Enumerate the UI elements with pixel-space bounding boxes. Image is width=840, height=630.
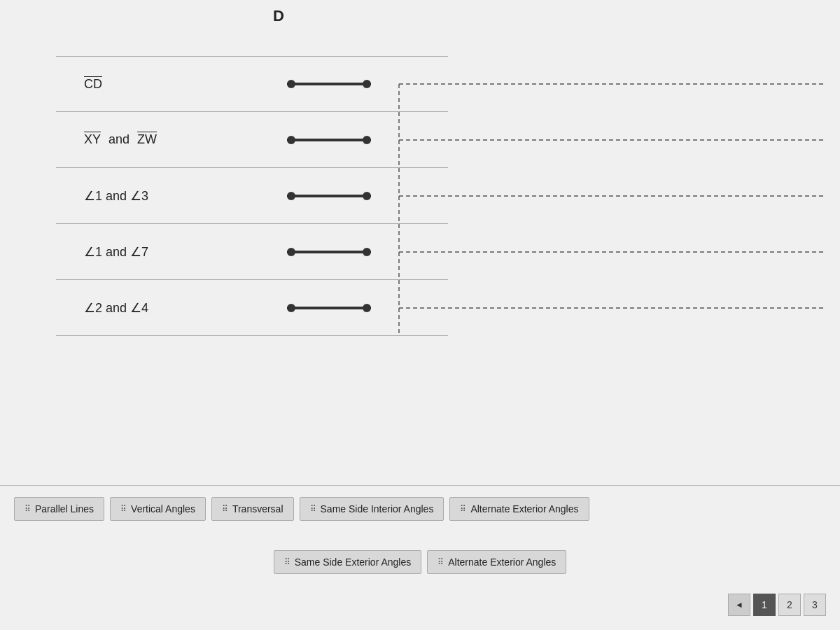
tile-alt-exterior-1-label: Alternate Exterior Angles [470, 503, 578, 514]
bracket-svg [392, 56, 840, 336]
angle2-4-text: ∠2 and ∠4 [84, 300, 148, 316]
tile-vertical[interactable]: ⠿ Vertical Angles [110, 497, 206, 521]
drag-icon-transversal: ⠿ [222, 504, 228, 514]
row-xy-zw-label: XY and ZW [56, 132, 266, 147]
tile-alt-exterior-2[interactable]: ⠿ Alternate Exterior Angles [427, 550, 566, 574]
xy-text: XY [84, 132, 101, 147]
answer-bank-row1: ⠿ Parallel Lines ⠿ Vertical Angles ⠿ Tra… [0, 485, 840, 532]
connector-line-angle1-3 [287, 195, 371, 197]
row-angle1-7-connector [266, 251, 392, 253]
row-angle1-7-label: ∠1 and ∠7 [56, 244, 266, 260]
tile-same-interior-label: Same Side Interior Angles [321, 503, 434, 514]
drag-icon-same-interior: ⠿ [310, 504, 316, 514]
tile-parallel[interactable]: ⠿ Parallel Lines [14, 497, 104, 521]
tile-vertical-label: Vertical Angles [131, 503, 195, 514]
row-cd-connector [266, 83, 392, 85]
drag-icon-same-exterior: ⠿ [284, 557, 290, 567]
connector-line-angle2-4 [287, 307, 371, 309]
drag-icon-alt-exterior-2: ⠿ [438, 557, 444, 567]
row-angle2-4-label: ∠2 and ∠4 [56, 300, 266, 316]
tile-same-interior[interactable]: ⠿ Same Side Interior Angles [300, 497, 444, 521]
rows-area: CD XY and ZW ∠1 and ∠3 [56, 56, 448, 336]
drag-icon-alt-exterior-1: ⠿ [460, 504, 466, 514]
connector-line-angle1-7 [287, 251, 371, 253]
row-angle2-4: ∠2 and ∠4 [56, 280, 448, 336]
main-container: D CD XY and ZW ∠1 and ∠3 [0, 0, 840, 630]
page-1-button[interactable]: 1 [753, 594, 776, 616]
label-d: D [273, 7, 284, 25]
angle1-7-text: ∠1 and ∠7 [84, 244, 148, 260]
row-cd-label: CD [56, 77, 266, 92]
row-angle1-3-label: ∠1 and ∠3 [56, 188, 266, 204]
tile-transversal[interactable]: ⠿ Transversal [211, 497, 294, 521]
row-cd: CD [56, 56, 448, 112]
row-xy-zw-connector [266, 139, 392, 141]
prev-page-button[interactable]: ◄ [728, 594, 750, 616]
tile-alt-exterior-2-label: Alternate Exterior Angles [448, 556, 556, 568]
cd-text: CD [84, 77, 102, 92]
bracket-area [392, 56, 840, 336]
row-angle1-7: ∠1 and ∠7 [56, 224, 448, 280]
connector-line-xy-zw [287, 139, 371, 141]
angle1-3-text: ∠1 and ∠3 [84, 188, 148, 204]
tile-same-exterior-label: Same Side Exterior Angles [295, 556, 412, 568]
page-3-button[interactable]: 3 [804, 594, 826, 616]
tile-alt-exterior-1[interactable]: ⠿ Alternate Exterior Angles [449, 497, 589, 521]
row-xy-zw: XY and ZW [56, 112, 448, 168]
and-text-1: and [105, 132, 133, 147]
answer-bank-row2: ⠿ Same Side Exterior Angles ⠿ Alternate … [0, 550, 840, 574]
tile-parallel-label: Parallel Lines [35, 503, 94, 514]
drag-icon-vertical: ⠿ [120, 504, 127, 514]
row-angle1-3: ∠1 and ∠3 [56, 168, 448, 224]
zw-text: ZW [137, 132, 157, 147]
tile-transversal-label: Transversal [232, 503, 284, 514]
tile-same-exterior[interactable]: ⠿ Same Side Exterior Angles [274, 550, 422, 574]
pagination: ◄ 1 2 3 [728, 594, 826, 616]
drag-icon-parallel: ⠿ [24, 504, 31, 514]
row-angle2-4-connector [266, 307, 392, 309]
connector-line-cd [287, 83, 371, 85]
page-2-button[interactable]: 2 [778, 594, 801, 616]
row-angle1-3-connector [266, 195, 392, 197]
